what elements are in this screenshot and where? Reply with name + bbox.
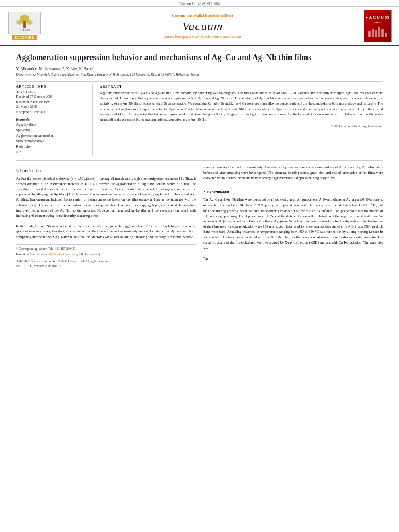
keyword-2: Sputtering bbox=[16, 127, 87, 133]
cover-title: VACUUM bbox=[365, 15, 390, 20]
journal-homepage: journal homepage: www.elsevier.com/locat… bbox=[47, 35, 358, 39]
revised-date: Received in revised form 21 March 2009 bbox=[16, 100, 87, 109]
abstract-text: Agglomeration behavior of Ag–Cu and Ag–N… bbox=[100, 90, 383, 122]
experimental-number: 2. bbox=[203, 190, 206, 194]
article-body: Agglomeration suppression behavior and m… bbox=[0, 46, 399, 277]
elsevier-logo: ELSEVIER ELSEVIER bbox=[6, 12, 43, 40]
svg-point-3 bbox=[26, 20, 33, 25]
intro-para-right: a nearly pure Ag film with low resistivi… bbox=[203, 165, 383, 181]
svg-rect-5 bbox=[368, 31, 371, 37]
article-info-title: ARTICLE INFO bbox=[16, 85, 87, 88]
svg-rect-7 bbox=[375, 30, 377, 37]
affiliation: Department of Materials Science and Engi… bbox=[16, 72, 383, 76]
experimental-para-1: The Ag–Cu and Ag–Nb films were deposited… bbox=[203, 197, 383, 251]
received-date: Received 27 October 2008 bbox=[16, 94, 87, 99]
experimental-title: Experimental bbox=[207, 190, 229, 194]
footnote-area: * Corresponding author. Tel.: +81 167 26… bbox=[16, 244, 196, 269]
history-label: Article history: bbox=[16, 90, 87, 94]
journal-cover: VACUUM journal bbox=[362, 10, 393, 42]
volume-info: Vacuum 84 (2010) 657–662 bbox=[0, 0, 399, 7]
keyword-4: Surface morphology bbox=[16, 138, 87, 144]
intro-title: Introduction bbox=[20, 169, 41, 173]
sciencedirect-prefix: Contents lists available at bbox=[172, 14, 212, 18]
sciencedirect-name[interactable]: ScienceDirect bbox=[212, 14, 233, 18]
svg-rect-9 bbox=[381, 29, 384, 37]
svg-text:ELSEVIER: ELSEVIER bbox=[19, 29, 30, 31]
abstract-title: ABSTRACT bbox=[100, 85, 383, 88]
copyright-notice: © 2009 Elsevier Ltd. All rights reserved… bbox=[100, 125, 383, 128]
keyword-1: Ag alloy films bbox=[16, 122, 87, 128]
article-info-panel: ARTICLE INFO Article history: Received 2… bbox=[16, 85, 93, 155]
cover-image: VACUUM journal bbox=[364, 10, 392, 42]
elsevier-label: ELSEVIER bbox=[12, 35, 37, 40]
article-info-abstract: ARTICLE INFO Article history: Received 2… bbox=[16, 81, 383, 155]
footnote-doi: doi:10.1016/j.vacuum.2009.06.015 bbox=[16, 264, 196, 269]
intro-number: 1. bbox=[16, 169, 19, 173]
svg-rect-6 bbox=[372, 29, 374, 37]
footnote-email: E-mail address: kawamurd@mail.kitami-it.… bbox=[16, 252, 196, 257]
svg-rect-8 bbox=[378, 27, 380, 37]
svg-rect-1 bbox=[23, 21, 26, 28]
experimental-heading: 2. Experimental bbox=[203, 189, 383, 195]
email-link[interactable]: kawamurd@mail.kitami-it.ac.jp bbox=[37, 253, 78, 256]
keywords-label: Keywords: bbox=[16, 118, 87, 121]
elsevier-tree-icon: ELSEVIER bbox=[8, 12, 41, 34]
journal-header: ELSEVIER ELSEVIER Contents lists availab… bbox=[0, 7, 399, 46]
intro-para-1: Ag has the lowest electrical resistivity… bbox=[16, 176, 196, 218]
last-word-text: The bbox=[203, 256, 383, 261]
cover-subtitle: journal bbox=[374, 21, 381, 24]
authors: Y. Minamide, M. Kawamura*, Y. Abe, K. Sa… bbox=[16, 66, 383, 71]
footnote-issn: 0042-207X/$ – see front matter © 2009 El… bbox=[16, 259, 196, 264]
right-column: a nearly pure Ag film with low resistivi… bbox=[203, 165, 383, 269]
intro-heading: 1. Introduction bbox=[16, 168, 196, 174]
main-content: 1. Introduction Ag has the lowest electr… bbox=[16, 160, 383, 269]
svg-rect-10 bbox=[385, 33, 387, 37]
keyword-3: Agglomeration suppression bbox=[16, 133, 87, 139]
volume-text: Vacuum 84 (2010) 657–662 bbox=[179, 2, 220, 6]
homepage-text: journal homepage: www.elsevier.com/locat… bbox=[164, 35, 241, 39]
email-label: E-mail address: bbox=[16, 253, 37, 256]
svg-point-2 bbox=[16, 20, 23, 25]
article-title: Agglomeration suppression behavior and m… bbox=[16, 52, 383, 62]
sciencedirect-link: Contents lists available at ScienceDirec… bbox=[47, 14, 358, 18]
accepted-date: Accepted 5 June 2009 bbox=[16, 110, 87, 115]
journal-center: Contents lists available at ScienceDirec… bbox=[47, 14, 358, 39]
footnote-corresponding: * Corresponding author. Tel.: +81 167 26… bbox=[16, 246, 196, 251]
left-column: 1. Introduction Ag has the lowest electr… bbox=[16, 165, 196, 269]
email-name: (M. Kawamura). bbox=[79, 253, 101, 256]
journal-title: Vacuum bbox=[47, 19, 358, 33]
keywords-list: Ag alloy films Sputtering Agglomeration … bbox=[16, 122, 87, 155]
keyword-5: Resistivity bbox=[16, 144, 87, 150]
abstract-panel: ABSTRACT Agglomeration behavior of Ag–Cu… bbox=[100, 85, 383, 155]
intro-para-2: In this study, Cu and Nb were selected a… bbox=[16, 224, 196, 240]
keyword-6: XPS bbox=[16, 150, 87, 155]
